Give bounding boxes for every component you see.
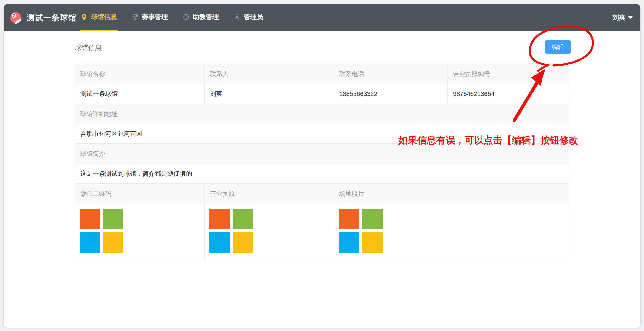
table-header-row: 球馆详细地址: [75, 104, 569, 124]
annotation-text: 如果信息有误，可以点击【编辑】按钮修改: [398, 134, 578, 147]
cell-wechat-qrcode: [75, 204, 204, 261]
wechat-qrcode-image[interactable]: [80, 209, 123, 253]
ball-highlight: [14, 18, 22, 24]
table-value-row: 这是一条测试到球馆，简介都是随便填的: [75, 164, 569, 184]
header-business-license: 营业执照: [204, 184, 334, 204]
brand: 3 测试一条球馆: [10, 4, 76, 31]
app-page: 3 测试一条球馆 球馆信息: [0, 0, 644, 331]
app-title: 测试一条球馆: [27, 12, 76, 23]
value-venue-name: 测试一条球馆: [75, 84, 204, 104]
tab-label: 管理员: [244, 12, 263, 21]
tab-administrator[interactable]: 管理员: [233, 4, 264, 31]
billiard-ball-logo-icon: 3: [10, 12, 22, 24]
top-navbar: 3 测试一条球馆 球馆信息: [4, 4, 640, 31]
value-contact-person: 刘爽: [204, 84, 334, 104]
value-contact-phone: 18855663322: [334, 84, 447, 104]
trophy-icon: [132, 14, 139, 20]
main-card: 3 测试一条球馆 球馆信息: [4, 4, 640, 328]
header-wechat-qrcode: 微信二维码: [75, 184, 204, 204]
location-pin-icon: [81, 14, 88, 20]
caret-down-icon: [628, 16, 633, 19]
business-license-image[interactable]: [209, 209, 253, 253]
ball-number: 3: [12, 13, 16, 18]
tab-event-management[interactable]: 赛事管理: [131, 4, 169, 31]
table-value-row: 测试一条球馆 刘爽 18855663322 987546213654: [75, 84, 569, 104]
tab-assistant-management[interactable]: 助教管理: [182, 4, 220, 31]
header-license-number: 营业执照编号: [447, 64, 569, 84]
cell-business-license: [204, 204, 334, 261]
table-image-row: [75, 204, 569, 261]
tab-label: 赛事管理: [142, 12, 168, 21]
value-venue-intro: 这是一条测试到球馆，简介都是随便填的: [75, 164, 569, 183]
tab-venue-info[interactable]: 球馆信息: [80, 4, 118, 31]
header-venue-address: 球馆详细地址: [75, 104, 569, 124]
nav-tabs: 球馆信息 赛事管理: [80, 4, 277, 31]
user-name: 刘爽: [612, 13, 625, 22]
table-header-row: 球馆名称 联系人 联系电话 营业执照编号: [75, 64, 569, 84]
header-contact-phone: 联系电话: [334, 64, 447, 84]
person-icon: [234, 14, 240, 20]
value-license-number: 987546213654: [447, 84, 569, 104]
double-circle-icon: [183, 14, 189, 20]
tab-label: 助教管理: [193, 12, 219, 21]
header-venue-name: 球馆名称: [75, 64, 204, 84]
page-title: 球馆信息: [75, 43, 102, 52]
user-menu[interactable]: 刘爽: [612, 4, 640, 31]
venue-photo-image[interactable]: [339, 209, 383, 253]
header-venue-photos: 场地照片: [334, 184, 569, 204]
venue-info-table: 球馆名称 联系人 联系电话 营业执照编号 测试一条球馆 刘爽 188556633…: [75, 64, 569, 261]
edit-button[interactable]: 编辑: [545, 40, 571, 54]
cell-venue-photos: [334, 204, 569, 261]
header-contact-person: 联系人: [204, 64, 334, 84]
table-header-row: 微信二维码 营业执照 场地照片: [75, 184, 569, 204]
tab-label: 球馆信息: [91, 12, 117, 21]
